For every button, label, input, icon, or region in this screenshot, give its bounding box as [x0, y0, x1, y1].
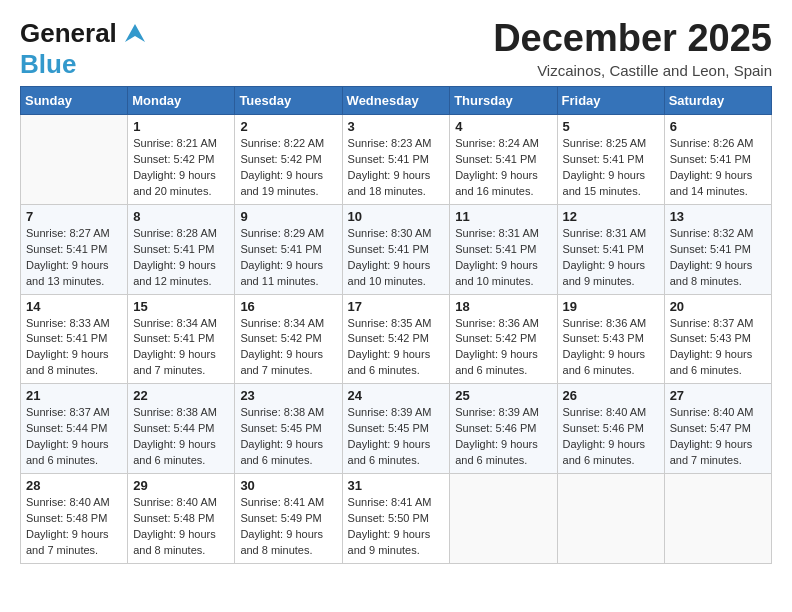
col-friday: Friday [557, 87, 664, 115]
day-number: 5 [563, 119, 659, 134]
table-cell: 11Sunrise: 8:31 AMSunset: 5:41 PMDayligh… [450, 204, 557, 294]
day-info: Sunrise: 8:37 AMSunset: 5:44 PMDaylight:… [26, 405, 122, 469]
table-cell: 26Sunrise: 8:40 AMSunset: 5:46 PMDayligh… [557, 384, 664, 474]
table-cell: 17Sunrise: 8:35 AMSunset: 5:42 PMDayligh… [342, 294, 450, 384]
table-cell: 4Sunrise: 8:24 AMSunset: 5:41 PMDaylight… [450, 115, 557, 205]
day-number: 26 [563, 388, 659, 403]
table-cell [450, 474, 557, 564]
title-block: December 2025 Vizcainos, Castille and Le… [493, 18, 772, 79]
day-info: Sunrise: 8:21 AMSunset: 5:42 PMDaylight:… [133, 136, 229, 200]
table-cell: 5Sunrise: 8:25 AMSunset: 5:41 PMDaylight… [557, 115, 664, 205]
day-info: Sunrise: 8:40 AMSunset: 5:47 PMDaylight:… [670, 405, 766, 469]
table-cell: 2Sunrise: 8:22 AMSunset: 5:42 PMDaylight… [235, 115, 342, 205]
table-cell: 31Sunrise: 8:41 AMSunset: 5:50 PMDayligh… [342, 474, 450, 564]
table-cell: 28Sunrise: 8:40 AMSunset: 5:48 PMDayligh… [21, 474, 128, 564]
day-info: Sunrise: 8:41 AMSunset: 5:49 PMDaylight:… [240, 495, 336, 559]
day-info: Sunrise: 8:30 AMSunset: 5:41 PMDaylight:… [348, 226, 445, 290]
day-info: Sunrise: 8:39 AMSunset: 5:45 PMDaylight:… [348, 405, 445, 469]
col-monday: Monday [128, 87, 235, 115]
day-number: 23 [240, 388, 336, 403]
table-cell: 19Sunrise: 8:36 AMSunset: 5:43 PMDayligh… [557, 294, 664, 384]
table-cell: 7Sunrise: 8:27 AMSunset: 5:41 PMDaylight… [21, 204, 128, 294]
logo: General Blue [20, 18, 150, 80]
day-number: 1 [133, 119, 229, 134]
table-cell: 22Sunrise: 8:38 AMSunset: 5:44 PMDayligh… [128, 384, 235, 474]
day-number: 8 [133, 209, 229, 224]
day-info: Sunrise: 8:34 AMSunset: 5:41 PMDaylight:… [133, 316, 229, 380]
day-number: 14 [26, 299, 122, 314]
calendar-week-row: 7Sunrise: 8:27 AMSunset: 5:41 PMDaylight… [21, 204, 772, 294]
col-saturday: Saturday [664, 87, 771, 115]
day-number: 31 [348, 478, 445, 493]
day-info: Sunrise: 8:32 AMSunset: 5:41 PMDaylight:… [670, 226, 766, 290]
day-info: Sunrise: 8:31 AMSunset: 5:41 PMDaylight:… [563, 226, 659, 290]
day-info: Sunrise: 8:40 AMSunset: 5:46 PMDaylight:… [563, 405, 659, 469]
table-cell [664, 474, 771, 564]
table-cell: 10Sunrise: 8:30 AMSunset: 5:41 PMDayligh… [342, 204, 450, 294]
table-cell: 6Sunrise: 8:26 AMSunset: 5:41 PMDaylight… [664, 115, 771, 205]
day-info: Sunrise: 8:27 AMSunset: 5:41 PMDaylight:… [26, 226, 122, 290]
day-number: 22 [133, 388, 229, 403]
header: General Blue December 2025 Vizcainos, Ca… [20, 18, 772, 80]
table-cell: 30Sunrise: 8:41 AMSunset: 5:49 PMDayligh… [235, 474, 342, 564]
table-cell: 13Sunrise: 8:32 AMSunset: 5:41 PMDayligh… [664, 204, 771, 294]
day-number: 12 [563, 209, 659, 224]
day-info: Sunrise: 8:40 AMSunset: 5:48 PMDaylight:… [133, 495, 229, 559]
day-number: 6 [670, 119, 766, 134]
logo-general: General [20, 18, 117, 49]
day-info: Sunrise: 8:34 AMSunset: 5:42 PMDaylight:… [240, 316, 336, 380]
day-number: 25 [455, 388, 551, 403]
table-cell: 1Sunrise: 8:21 AMSunset: 5:42 PMDaylight… [128, 115, 235, 205]
table-cell: 25Sunrise: 8:39 AMSunset: 5:46 PMDayligh… [450, 384, 557, 474]
day-number: 15 [133, 299, 229, 314]
calendar-week-row: 1Sunrise: 8:21 AMSunset: 5:42 PMDaylight… [21, 115, 772, 205]
day-info: Sunrise: 8:24 AMSunset: 5:41 PMDaylight:… [455, 136, 551, 200]
logo-blue: Blue [20, 49, 76, 79]
table-cell: 12Sunrise: 8:31 AMSunset: 5:41 PMDayligh… [557, 204, 664, 294]
location-subtitle: Vizcainos, Castille and Leon, Spain [493, 62, 772, 79]
day-info: Sunrise: 8:22 AMSunset: 5:42 PMDaylight:… [240, 136, 336, 200]
day-number: 21 [26, 388, 122, 403]
calendar-week-row: 14Sunrise: 8:33 AMSunset: 5:41 PMDayligh… [21, 294, 772, 384]
day-number: 20 [670, 299, 766, 314]
day-number: 29 [133, 478, 229, 493]
day-info: Sunrise: 8:26 AMSunset: 5:41 PMDaylight:… [670, 136, 766, 200]
day-info: Sunrise: 8:35 AMSunset: 5:42 PMDaylight:… [348, 316, 445, 380]
day-info: Sunrise: 8:41 AMSunset: 5:50 PMDaylight:… [348, 495, 445, 559]
logo-bird-icon [120, 22, 150, 44]
day-number: 13 [670, 209, 766, 224]
table-cell [557, 474, 664, 564]
day-number: 2 [240, 119, 336, 134]
table-cell [21, 115, 128, 205]
day-number: 3 [348, 119, 445, 134]
day-info: Sunrise: 8:37 AMSunset: 5:43 PMDaylight:… [670, 316, 766, 380]
day-info: Sunrise: 8:38 AMSunset: 5:44 PMDaylight:… [133, 405, 229, 469]
day-info: Sunrise: 8:23 AMSunset: 5:41 PMDaylight:… [348, 136, 445, 200]
table-cell: 21Sunrise: 8:37 AMSunset: 5:44 PMDayligh… [21, 384, 128, 474]
day-info: Sunrise: 8:36 AMSunset: 5:42 PMDaylight:… [455, 316, 551, 380]
calendar-week-row: 21Sunrise: 8:37 AMSunset: 5:44 PMDayligh… [21, 384, 772, 474]
table-cell: 23Sunrise: 8:38 AMSunset: 5:45 PMDayligh… [235, 384, 342, 474]
col-thursday: Thursday [450, 87, 557, 115]
day-number: 18 [455, 299, 551, 314]
month-title: December 2025 [493, 18, 772, 60]
col-wednesday: Wednesday [342, 87, 450, 115]
page: General Blue December 2025 Vizcainos, Ca… [0, 0, 792, 612]
table-cell: 8Sunrise: 8:28 AMSunset: 5:41 PMDaylight… [128, 204, 235, 294]
calendar-header-row: Sunday Monday Tuesday Wednesday Thursday… [21, 87, 772, 115]
day-info: Sunrise: 8:28 AMSunset: 5:41 PMDaylight:… [133, 226, 229, 290]
day-info: Sunrise: 8:29 AMSunset: 5:41 PMDaylight:… [240, 226, 336, 290]
table-cell: 20Sunrise: 8:37 AMSunset: 5:43 PMDayligh… [664, 294, 771, 384]
col-sunday: Sunday [21, 87, 128, 115]
day-number: 19 [563, 299, 659, 314]
day-number: 30 [240, 478, 336, 493]
table-cell: 15Sunrise: 8:34 AMSunset: 5:41 PMDayligh… [128, 294, 235, 384]
day-info: Sunrise: 8:36 AMSunset: 5:43 PMDaylight:… [563, 316, 659, 380]
table-cell: 3Sunrise: 8:23 AMSunset: 5:41 PMDaylight… [342, 115, 450, 205]
table-cell: 14Sunrise: 8:33 AMSunset: 5:41 PMDayligh… [21, 294, 128, 384]
day-number: 28 [26, 478, 122, 493]
table-cell: 16Sunrise: 8:34 AMSunset: 5:42 PMDayligh… [235, 294, 342, 384]
calendar-week-row: 28Sunrise: 8:40 AMSunset: 5:48 PMDayligh… [21, 474, 772, 564]
svg-marker-0 [125, 24, 145, 42]
day-info: Sunrise: 8:33 AMSunset: 5:41 PMDaylight:… [26, 316, 122, 380]
